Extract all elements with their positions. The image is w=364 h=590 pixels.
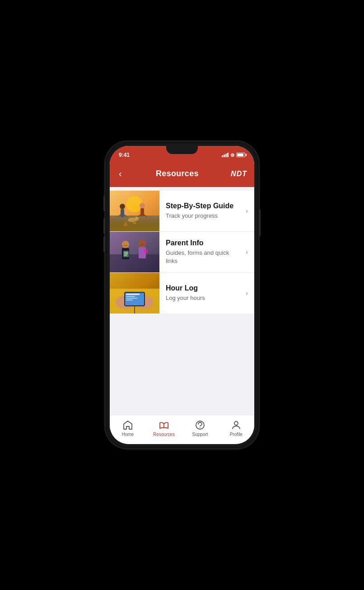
phone-device: 9:41 ⊜ ‹ Resources NDT (105, 141, 259, 449)
item-content-step-guide: Step-By-Step Guide Track your progress (159, 197, 246, 225)
list-item-hour-log[interactable]: Hour Log Log your hours › (110, 273, 254, 314)
back-button[interactable]: ‹ (117, 167, 124, 181)
svg-rect-35 (126, 300, 133, 300)
app-header: ‹ Resources NDT (110, 162, 254, 187)
content-area: Step-By-Step Guide Track your progress › (110, 187, 254, 415)
chevron-icon-step-guide: › (246, 207, 254, 215)
brand-logo: NDT (231, 170, 247, 178)
nav-label-profile: Profile (230, 432, 243, 437)
svg-rect-34 (126, 298, 137, 299)
svg-point-11 (128, 218, 137, 222)
item-content-parent-info: Parent Info Guides, forms and quick link… (159, 234, 246, 271)
page-title: Resources (156, 169, 199, 178)
item-content-hour-log: Hour Log Log your hours (159, 279, 246, 308)
svg-rect-24 (139, 247, 146, 258)
signal-icon (222, 153, 229, 157)
chevron-icon-hour-log: › (246, 289, 254, 297)
nav-label-support: Support (192, 432, 208, 437)
phone-notch (166, 146, 198, 154)
nav-label-resources: Resources (153, 432, 175, 437)
svg-point-12 (135, 217, 139, 220)
svg-rect-8 (140, 208, 144, 216)
item-subtitle-hour-log: Log your hours (166, 294, 240, 302)
item-image-hour-log (110, 273, 159, 314)
nav-item-support[interactable]: Support (187, 420, 214, 437)
svg-rect-1 (110, 215, 159, 231)
svg-point-39 (200, 427, 201, 428)
svg-point-7 (140, 203, 145, 208)
svg-point-17 (122, 241, 129, 248)
item-subtitle-parent-info: Guides, forms and quick links (166, 249, 240, 265)
bottom-navigation: Home Resources Support (110, 415, 254, 444)
item-title-hour-log: Hour Log (166, 284, 240, 292)
list-item-parent-info[interactable]: Parent Info Guides, forms and quick link… (110, 232, 254, 273)
list-item-step-guide[interactable]: Step-By-Step Guide Track your progress › (110, 191, 254, 232)
nav-label-home: Home (122, 432, 134, 437)
svg-point-40 (234, 421, 238, 425)
profile-icon (231, 420, 242, 431)
battery-icon (236, 153, 245, 157)
nav-item-resources[interactable]: Resources (150, 420, 177, 437)
svg-point-3 (120, 204, 125, 209)
wifi-icon: ⊜ (230, 152, 234, 158)
support-icon (195, 420, 205, 431)
item-subtitle-step-guide: Track your progress (166, 212, 240, 220)
status-icons: ⊜ (222, 152, 245, 158)
svg-point-23 (139, 240, 146, 247)
item-title-parent-info: Parent Info (166, 239, 240, 247)
svg-marker-14 (133, 220, 136, 224)
chevron-icon-parent-info: › (246, 248, 254, 256)
nav-item-home[interactable]: Home (114, 420, 141, 437)
home-icon (122, 420, 133, 431)
phone-screen: 9:41 ⊜ ‹ Resources NDT (110, 146, 254, 444)
resources-icon (159, 420, 169, 431)
item-title-step-guide: Step-By-Step Guide (166, 202, 240, 210)
svg-rect-16 (110, 254, 159, 272)
item-image-parent-info (110, 232, 159, 272)
item-image-step-guide (110, 191, 159, 231)
svg-rect-33 (126, 296, 135, 297)
svg-marker-13 (123, 221, 128, 226)
svg-rect-32 (126, 294, 140, 295)
status-time: 9:41 (119, 152, 130, 158)
svg-rect-25 (144, 250, 148, 253)
nav-item-profile[interactable]: Profile (223, 420, 250, 437)
